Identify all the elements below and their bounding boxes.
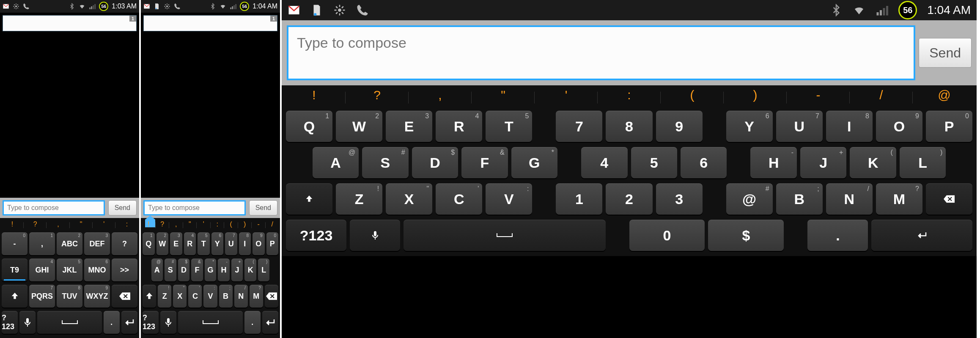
key-jkl[interactable]: JKL5 [57, 259, 82, 281]
hint-char[interactable]: ( [662, 88, 723, 107]
key-mno[interactable]: MNO6 [84, 259, 110, 281]
key-v[interactable]: V: [203, 285, 217, 308]
compose-input[interactable]: Type to compose [3, 200, 105, 215]
key-7[interactable]: 7 [556, 111, 602, 142]
key-symbols[interactable]: ?123 [143, 311, 159, 334]
key-mic[interactable] [19, 311, 36, 334]
key-n[interactable]: N/ [234, 285, 248, 308]
key-g[interactable]: G* [511, 147, 557, 178]
key-9[interactable]: 9 [656, 111, 703, 142]
key-6[interactable]: 6 [681, 147, 727, 178]
key-k[interactable]: K( [850, 147, 896, 178]
hint-char[interactable]: @ [914, 88, 975, 107]
key-back[interactable] [265, 285, 278, 308]
key-1[interactable]: 1 [556, 183, 602, 215]
key-i[interactable]: I8 [239, 232, 251, 255]
hint-char[interactable]: , [47, 221, 69, 230]
key-.[interactable]: . [104, 311, 120, 334]
key-y[interactable]: Y6 [726, 111, 773, 142]
hint-char[interactable]: ! [283, 88, 345, 107]
key-5[interactable]: 5 [631, 147, 677, 178]
hint-char[interactable]: ) [239, 221, 251, 230]
key-m[interactable]: M? [876, 183, 922, 215]
key-w[interactable]: W2 [156, 232, 169, 255]
key-t9[interactable]: T9 [2, 259, 27, 281]
recipient-field[interactable]: 1 [3, 15, 137, 31]
hint-char[interactable]: : [116, 221, 137, 230]
key-s[interactable]: S# [165, 259, 176, 281]
key-symbols[interactable]: ?123 [286, 220, 346, 251]
hint-char[interactable]: : [211, 221, 224, 230]
key-j[interactable]: J+ [231, 259, 243, 281]
key-z[interactable]: Z! [336, 183, 382, 215]
hint-char[interactable]: - [253, 221, 265, 230]
key-def[interactable]: DEF3 [84, 232, 110, 255]
key-0[interactable]: 0 [629, 220, 705, 251]
hint-char[interactable]: ' [198, 221, 210, 230]
hint-char[interactable]: ? [25, 221, 46, 230]
key-abc[interactable]: ABC2 [57, 232, 82, 255]
hint-char[interactable]: " [472, 88, 534, 107]
key-enter[interactable] [262, 311, 278, 334]
key-e[interactable]: E3 [170, 232, 182, 255]
key-@[interactable]: @# [726, 183, 773, 215]
compose-input[interactable]: Type to compose [287, 25, 915, 80]
key-$[interactable]: $ [708, 220, 784, 251]
hint-char[interactable]: ( [225, 221, 237, 230]
key-space[interactable] [404, 220, 605, 251]
key-c[interactable]: C' [188, 285, 202, 308]
recipient-field[interactable]: 1 [143, 15, 277, 31]
key-i[interactable]: I8 [826, 111, 873, 142]
key-f[interactable]: F& [191, 259, 203, 281]
key->>[interactable]: >> [112, 259, 137, 281]
hint-char[interactable]: : [598, 88, 660, 107]
key-.[interactable]: . [807, 220, 868, 251]
key-8[interactable]: 8 [606, 111, 652, 142]
key-d[interactable]: D$ [412, 147, 458, 178]
key-h[interactable]: H- [218, 259, 230, 281]
send-button[interactable]: Send [108, 200, 137, 215]
key-q[interactable]: Q1 [143, 232, 155, 255]
key-w[interactable]: W2 [336, 111, 382, 142]
key-shift[interactable] [2, 285, 27, 308]
key-f[interactable]: F& [461, 147, 508, 178]
key-t[interactable]: T5 [198, 232, 210, 255]
hint-char[interactable]: ) [725, 88, 786, 107]
key-enter[interactable] [121, 311, 137, 334]
key-b[interactable]: B; [776, 183, 823, 215]
key-l[interactable]: L) [258, 259, 270, 281]
key-,[interactable]: ,1 [29, 232, 55, 255]
hint-char[interactable]: / [266, 221, 279, 230]
hint-char[interactable]: ' [93, 221, 115, 230]
hint-char[interactable]: ! [143, 221, 155, 230]
key-z[interactable]: Z! [158, 285, 171, 308]
key-v[interactable]: V: [486, 183, 532, 215]
key-o[interactable]: O9 [876, 111, 922, 142]
key-3[interactable]: 3 [656, 183, 703, 215]
key-m[interactable]: M? [250, 285, 263, 308]
key-r[interactable]: R4 [184, 232, 196, 255]
key-p[interactable]: P0 [926, 111, 972, 142]
key-j[interactable]: J+ [800, 147, 846, 178]
key-.[interactable]: . [244, 311, 261, 334]
key-p[interactable]: P0 [266, 232, 279, 255]
send-button[interactable]: Send [249, 200, 277, 215]
hint-char[interactable]: ! [2, 221, 23, 230]
hint-char[interactable]: - [788, 88, 849, 107]
key-enter[interactable] [871, 220, 972, 251]
key-g[interactable]: G* [205, 259, 217, 281]
key-t[interactable]: T5 [486, 111, 532, 142]
hint-char[interactable]: , [170, 221, 182, 230]
key-l[interactable]: L) [900, 147, 946, 178]
key-a[interactable]: A@ [151, 259, 163, 281]
key-back[interactable] [112, 285, 137, 308]
key-ghi[interactable]: GHI4 [29, 259, 55, 281]
key-h[interactable]: H- [750, 147, 796, 178]
key-s[interactable]: S# [362, 147, 408, 178]
key-x[interactable]: X" [386, 183, 432, 215]
hint-char[interactable]: , [409, 88, 471, 107]
key-2[interactable]: 2 [606, 183, 652, 215]
key-pqrs[interactable]: PQRS7 [29, 285, 55, 308]
key-a[interactable]: A@ [313, 147, 359, 178]
key-o[interactable]: O9 [253, 232, 265, 255]
